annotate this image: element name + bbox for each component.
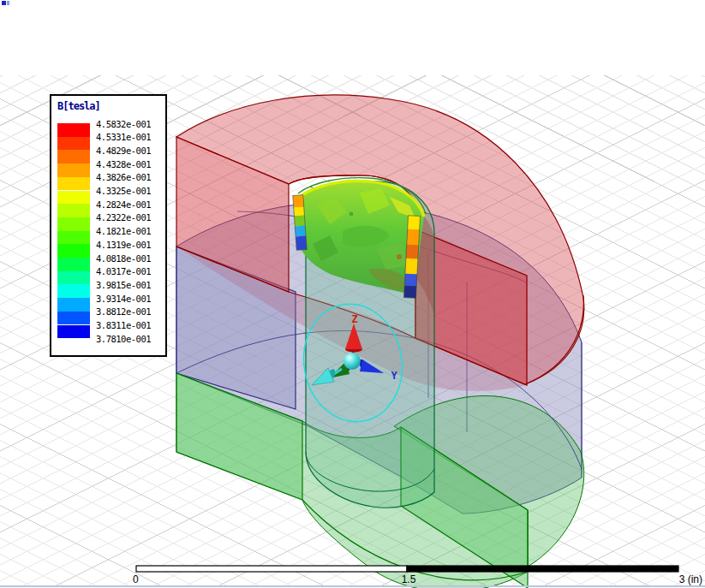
legend-color-band — [57, 271, 90, 285]
scale-label-mid: 1.5 — [402, 573, 416, 585]
origin-sphere — [344, 353, 361, 370]
legend-color-band — [57, 163, 90, 177]
legend-title: B[tesla] — [57, 100, 100, 112]
legend-color-band — [57, 150, 90, 163]
legend-value: 3.9815e-001 — [96, 280, 166, 291]
scale-ruler-white-segment — [136, 566, 407, 572]
legend-value: 4.0818e-001 — [96, 253, 166, 264]
legend-color-band — [57, 177, 90, 191]
legend-color-band — [57, 204, 90, 217]
legend-value: 4.1319e-001 — [96, 240, 166, 251]
legend-value: 4.2824e-001 — [96, 199, 166, 211]
legend-value: 4.4328e-001 — [96, 159, 166, 170]
legend-color-band — [57, 325, 90, 339]
legend-value: 3.8812e-001 — [96, 306, 166, 318]
scale-ruler-black-segment — [407, 566, 678, 572]
field-legend[interactable]: B[tesla] 4.5832e-0014.5331e-0014.4829e-0… — [50, 94, 167, 357]
legend-color-band — [57, 244, 90, 258]
window-bottom-border — [0, 585, 705, 587]
legend-color-band — [57, 312, 90, 325]
field-speckle — [397, 254, 402, 259]
modeler-viewport[interactable]: Z Y 0 1.5 3 (in) B[tesla] 4.5832 — [0, 0, 705, 588]
legend-value: 4.1821e-001 — [96, 226, 166, 237]
y-axis-label: Y — [391, 370, 397, 382]
legend-value: 4.2322e-001 — [96, 212, 166, 223]
legend-color-band — [57, 123, 90, 137]
legend-value: 3.9314e-001 — [96, 294, 166, 305]
legend-color-band — [57, 191, 90, 205]
legend-value: 4.5331e-001 — [96, 132, 166, 143]
legend-color-band — [57, 258, 90, 271]
legend-value: 4.4829e-001 — [96, 146, 166, 157]
scale-label-start: 0 — [133, 573, 139, 585]
legend-color-band — [57, 137, 90, 151]
legend-color-band — [57, 217, 90, 231]
legend-color-band — [57, 231, 90, 245]
legend-value: 3.8311e-001 — [96, 320, 166, 331]
z-axis-label: Z — [351, 313, 357, 325]
legend-value: 3.7810e-001 — [96, 334, 166, 345]
field-speckle — [350, 212, 354, 217]
legend-value: 4.3325e-001 — [96, 186, 166, 197]
scale-label-end: 3 (in) — [679, 573, 702, 585]
legend-color-band — [57, 298, 90, 312]
legend-value: 4.5832e-001 — [96, 119, 166, 130]
legend-value: 4.3826e-001 — [96, 172, 166, 183]
legend-value: 4.0317e-001 — [96, 266, 166, 277]
legend-color-band — [57, 284, 90, 298]
